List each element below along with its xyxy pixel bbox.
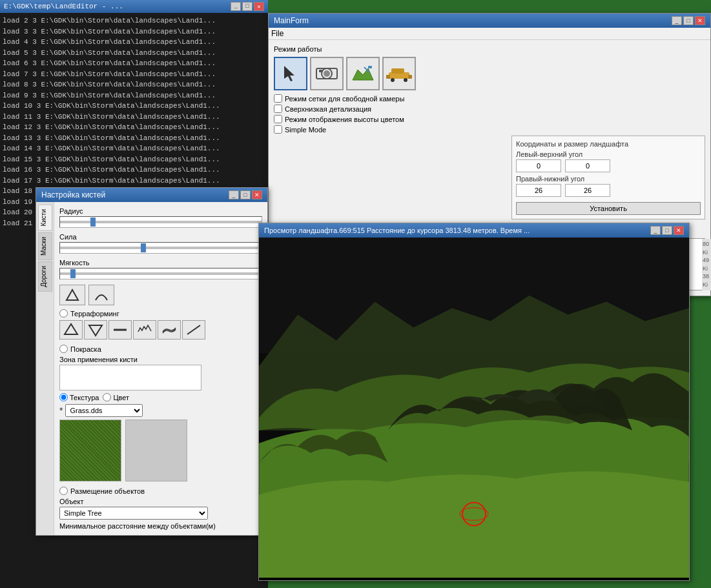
grid-mode-row: Режим сетки для свободной камеры xyxy=(274,94,506,103)
brush-restore-btn[interactable]: □ xyxy=(240,190,251,199)
object-label: Объект xyxy=(59,498,262,505)
terra-smooth-btn[interactable] xyxy=(158,320,181,340)
svg-marker-13 xyxy=(67,290,78,300)
preview-content xyxy=(259,238,689,578)
console-minimize-btn[interactable]: _ xyxy=(231,2,241,11)
shape-buttons xyxy=(59,285,262,305)
terra-lower-btn[interactable] xyxy=(84,320,107,340)
svg-rect-11 xyxy=(386,75,390,79)
preview-close-btn[interactable]: ✕ xyxy=(674,226,684,235)
softness-thumb[interactable] xyxy=(70,269,76,278)
console-maximize-btn[interactable]: □ xyxy=(242,2,252,11)
svg-rect-3 xyxy=(319,70,323,72)
softness-slider[interactable] xyxy=(59,268,262,279)
set-coords-button[interactable]: Установить xyxy=(516,202,701,215)
bottom-right-x-input[interactable] xyxy=(516,184,561,197)
tool-cursor-btn[interactable] xyxy=(274,57,307,90)
main-form-minimize-btn[interactable]: _ xyxy=(672,16,682,25)
brush-main: Радиус Сила Мягкость xyxy=(54,202,267,535)
tool-camera-btn[interactable] xyxy=(310,57,344,90)
console-line: load 9 3 E:\GDK\bin\Storm\data\landscape… xyxy=(3,90,265,101)
terra-raise-btn[interactable] xyxy=(59,320,83,340)
super-detail-checkbox[interactable] xyxy=(274,105,282,113)
simple-mode-row: Simple Mode xyxy=(274,125,506,134)
tool-terrain-btn[interactable] xyxy=(346,57,380,90)
brush-tab-brushes[interactable]: Кисти xyxy=(38,205,52,231)
color-radio-group: Цвет xyxy=(103,393,129,401)
painting-radio[interactable] xyxy=(59,345,68,353)
console-line: load 13 3 E:\GDK\bin\Storm\data\landscap… xyxy=(3,133,265,144)
object-placement-row: Размещение объектов xyxy=(59,487,262,495)
preview-restore-btn[interactable]: □ xyxy=(662,226,672,235)
preview-title: Просмотр ландшафта.669:515 Расстояние до… xyxy=(264,227,530,234)
svg-line-17 xyxy=(187,325,200,334)
brush-titlebar-buttons: _ □ ✕ xyxy=(229,190,262,199)
brush-close-btn[interactable]: ✕ xyxy=(252,190,262,199)
tool-vehicle-btn[interactable] xyxy=(382,57,416,90)
force-label: Сила xyxy=(59,233,262,241)
svg-marker-0 xyxy=(284,66,294,81)
texture-dropdown[interactable]: Grass.dds xyxy=(65,404,143,417)
main-form-close-btn[interactable]: ✕ xyxy=(695,16,705,25)
radius-label: Радиус xyxy=(59,207,262,215)
zone-label: Зона применения кисти xyxy=(59,356,262,363)
left-panel: Режим работы xyxy=(274,45,506,136)
texture-star-icon: * xyxy=(59,405,63,416)
preview-titlebar: Просмотр ландшафта.669:515 Расстояние до… xyxy=(259,223,689,238)
console-line: load 10 3 E:\GDK\bin\Storm\data\landscap… xyxy=(3,101,265,112)
svg-rect-6 xyxy=(368,66,372,68)
file-menu[interactable]: File xyxy=(271,29,283,38)
terraforming-radio[interactable] xyxy=(59,309,68,318)
brush-titlebar: Настройка кистей _ □ ✕ xyxy=(36,188,267,202)
terra-flat-btn[interactable] xyxy=(108,320,132,340)
top-left-label: Левый-верхний угол xyxy=(516,150,701,158)
brush-tab-masks[interactable]: Маски xyxy=(38,232,52,260)
grid-mode-checkbox[interactable] xyxy=(274,94,282,103)
main-form-restore-btn[interactable]: □ xyxy=(683,16,694,25)
svg-point-9 xyxy=(391,78,395,82)
color-radio-btn[interactable] xyxy=(103,393,111,401)
painting-label: Покраска xyxy=(70,345,101,353)
console-line: load 11 3 E:\GDK\bin\Storm\data\landscap… xyxy=(3,112,265,123)
radius-slider[interactable] xyxy=(59,216,262,228)
console-title: E:\GDK\temp\LandEditor - ... xyxy=(4,3,123,10)
texture-radio-btn[interactable] xyxy=(59,393,68,401)
top-left-x-input[interactable] xyxy=(516,159,561,172)
bottom-right-y-input[interactable] xyxy=(565,184,610,197)
console-line: load 7 3 E:\GDK\bin\Storm\data\landscape… xyxy=(3,69,265,80)
radius-thumb[interactable] xyxy=(90,218,96,227)
main-form-title: MainForm xyxy=(274,16,309,25)
preview-window: Просмотр ландшафта.669:515 Расстояние до… xyxy=(258,223,690,581)
object-dropdown[interactable]: Simple Tree xyxy=(59,507,208,520)
object-placement-section: Размещение объектов Объект Simple Tree М… xyxy=(59,487,262,530)
console-close-btn[interactable]: ✕ xyxy=(254,2,264,11)
console-line: load 6 3 E:\GDK\bin\Storm\data\landscape… xyxy=(3,58,265,69)
shape-arch-btn[interactable] xyxy=(88,285,114,305)
terra-slope-btn[interactable] xyxy=(182,320,205,340)
shape-triangle-up-btn[interactable] xyxy=(59,285,85,305)
coord-panel-title: Координаты и размер ландшафта xyxy=(516,140,701,148)
texture-preview-empty xyxy=(125,420,187,482)
console-line: load 14 3 E:\GDK\bin\Storm\data\landscap… xyxy=(3,143,265,154)
brush-sidebar: Кисти Маски Дороги xyxy=(36,202,54,535)
top-left-y-input[interactable] xyxy=(565,159,610,172)
height-color-label: Режим отображения высоты цветом xyxy=(285,116,404,123)
force-slider[interactable] xyxy=(59,242,262,254)
brush-minimize-btn[interactable]: _ xyxy=(229,190,239,199)
super-detail-row: Сверхнизкая детализация xyxy=(274,105,506,113)
preview-titlebar-buttons: _ □ ✕ xyxy=(650,226,684,235)
force-thumb[interactable] xyxy=(141,243,146,252)
height-color-checkbox[interactable] xyxy=(274,115,282,123)
object-placement-radio[interactable] xyxy=(59,487,68,495)
texture-row: Текстура Цвет xyxy=(59,393,262,401)
terra-noise-btn[interactable] xyxy=(133,320,156,340)
bottom-right-label: Правый-нижний угол xyxy=(516,175,701,183)
console-line: load 3 3 E:\GDK\bin\Storm\data\landscape… xyxy=(3,26,265,37)
brush-window: Настройка кистей _ □ ✕ Кисти Маски Дорог… xyxy=(36,187,268,536)
svg-rect-12 xyxy=(408,75,412,79)
preview-minimize-btn[interactable]: _ xyxy=(650,226,661,235)
height-color-row: Режим отображения высоты цветом xyxy=(274,115,506,123)
simple-mode-checkbox[interactable] xyxy=(274,125,282,134)
brush-tab-roads[interactable]: Дороги xyxy=(38,261,52,292)
texture-radio-group: Текстура xyxy=(59,393,99,401)
